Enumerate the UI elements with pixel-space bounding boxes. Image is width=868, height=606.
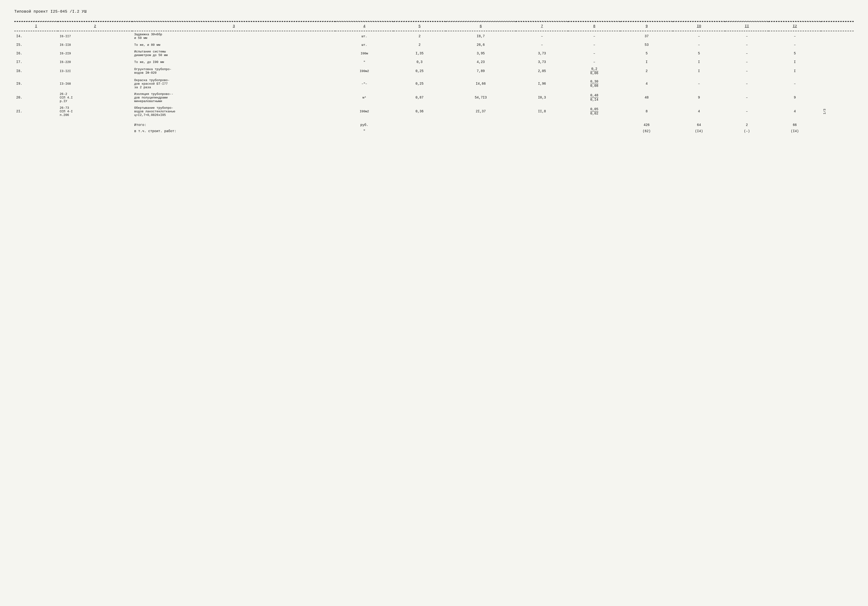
row-num: I4. — [14, 31, 58, 42]
sub-unit: " — [335, 128, 393, 134]
row-side — [821, 42, 854, 48]
row-col7: – — [516, 42, 568, 48]
row-col9: 48 — [620, 91, 673, 104]
row-num: I7. — [14, 59, 58, 66]
row-col7: I,96 — [516, 77, 568, 91]
subtotal-row: в т.ч. строит. работ: " (62) (I4) (–) (I… — [14, 128, 854, 134]
total-col9: 426 — [620, 121, 673, 128]
row-side — [821, 31, 854, 42]
row-col10: 5 — [673, 48, 725, 59]
row-col7: II,8 — [516, 104, 568, 118]
row-col12: 4 — [769, 104, 821, 118]
row-col8: – — [568, 59, 620, 66]
row-col5: 0,36 — [394, 104, 446, 118]
row-side — [821, 59, 854, 66]
row-code: 26-2 ССП 4.I р.IУ — [58, 91, 132, 104]
total-col11: 2 — [725, 121, 769, 128]
total-empty1 — [14, 121, 58, 128]
row-col10: – — [673, 77, 725, 91]
row-col6: 7,89 — [446, 66, 516, 77]
row-unit: шт. — [335, 42, 393, 48]
row-col9: 5 — [620, 48, 673, 59]
col-header-11: II — [725, 22, 769, 31]
row-col6: I8,7 — [446, 31, 516, 42]
sub-col9: (62) — [620, 128, 673, 134]
row-col8: 0,480,I4 — [568, 91, 620, 104]
row-desc: Окраска трубопрово- дов краской БТ-I77 з… — [132, 77, 335, 91]
row-side — [821, 66, 854, 77]
row-desc: Задвижка 30ч6бр ø 50 мм — [132, 31, 335, 42]
sub-empty1 — [14, 128, 58, 134]
row-unit: I00м — [335, 48, 393, 59]
col-header-3: 3 — [132, 22, 335, 31]
row-code: 26-73 ССП 4-I п.206 — [58, 104, 132, 118]
row-side — [821, 77, 854, 91]
sub-empty2 — [58, 128, 132, 134]
row-col5: I,35 — [394, 48, 446, 59]
row-col11: – — [725, 104, 769, 118]
row-num: 2I. — [14, 104, 58, 118]
sub-label: в т.ч. строит. работ: — [132, 128, 335, 134]
row-col8: 0,300,08 — [568, 77, 620, 91]
row-code: I3-I2I — [58, 66, 132, 77]
total-row: Итого: руб. 426 64 2 66 — [14, 121, 854, 128]
total-empty3 — [394, 121, 446, 128]
row-side — [821, 91, 854, 104]
table-row: I8.I3-I2IОгрунтовка трубопро- водов IФ-0… — [14, 66, 854, 77]
sub-empty6 — [568, 128, 620, 134]
row-col6: I4,66 — [446, 77, 516, 91]
row-col9: 37 — [620, 31, 673, 42]
row-num: I9. — [14, 77, 58, 91]
row-col5: 2 — [394, 42, 446, 48]
row-col7: 2,05 — [516, 66, 568, 77]
col-header-12: I2 — [769, 22, 821, 31]
row-col10: I — [673, 59, 725, 66]
row-col11: – — [725, 66, 769, 77]
row-col6: 3,95 — [446, 48, 516, 59]
row-code: I6-220 — [58, 59, 132, 66]
row-code: I6-2I9 — [58, 48, 132, 59]
row-col10: – — [673, 31, 725, 42]
row-col12: – — [769, 31, 821, 42]
row-col10: I — [673, 66, 725, 77]
total-empty2 — [58, 121, 132, 128]
row-col8: – — [568, 48, 620, 59]
row-side — [821, 48, 854, 59]
row-unit: шт. — [335, 31, 393, 42]
row-side: 1/3 — [821, 104, 854, 118]
row-num: I5. — [14, 42, 58, 48]
col-header-9: 9 — [620, 22, 673, 31]
row-col5: 2 — [394, 31, 446, 42]
sub-col11: (–) — [725, 128, 769, 134]
table-row: 2I.26-73 ССП 4-I п.206Обертывание трубоп… — [14, 104, 854, 118]
row-col10: 9 — [673, 91, 725, 104]
row-col9: 8 — [620, 104, 673, 118]
table-row: 20.26-2 ССП 4.I р.IУИзоляция трубопрово-… — [14, 91, 854, 104]
row-code: I6-II8 — [58, 42, 132, 48]
total-empty6 — [568, 121, 620, 128]
row-col6: 26,6 — [446, 42, 516, 48]
page-title: Типовой проект I25-045 /I.2 УШ — [14, 9, 854, 14]
table-row: I9.I3-I68Окраска трубопрово- дов краской… — [14, 77, 854, 91]
row-col6: 2I,37 — [446, 104, 516, 118]
row-col7: 3,73 — [516, 59, 568, 66]
total-empty4 — [446, 121, 516, 128]
col-header-10: IO — [673, 22, 725, 31]
table-row: I6.I6-2I9Испытание системы диаметром до … — [14, 48, 854, 59]
table-row: I7.I6-220То же, до I00 мм"0,34,233,73–II… — [14, 59, 854, 66]
row-col9: I — [620, 59, 673, 66]
row-num: 20. — [14, 91, 58, 104]
row-col10: – — [673, 42, 725, 48]
row-desc: То же, ø 80 мм — [132, 42, 335, 48]
row-num: I8. — [14, 66, 58, 77]
row-col5: 0,87 — [394, 91, 446, 104]
row-col9: 2 — [620, 66, 673, 77]
row-unit: I00м2 — [335, 66, 393, 77]
row-num: I6. — [14, 48, 58, 59]
table-row: I4.I6-II7Задвижка 30ч6бр ø 50 ммшт.2I8,7… — [14, 31, 854, 42]
row-desc: Огрунтовка трубопро- водов IФ-020 — [132, 66, 335, 77]
row-col9: 4 — [620, 77, 673, 91]
row-col8: 0,050,02 — [568, 104, 620, 118]
total-col12: 66 — [769, 121, 821, 128]
table-row: I5.I6-II8То же, ø 80 ммшт.226,6––53––– — [14, 42, 854, 48]
